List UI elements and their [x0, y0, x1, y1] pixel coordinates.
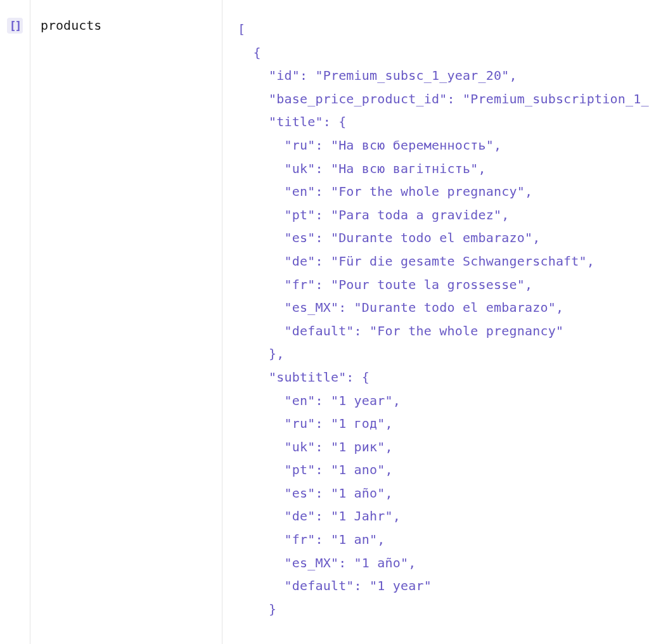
field-value-column[interactable]: [ { "id": "Premium_subsc_1_year_20", "ba… [222, 0, 649, 644]
type-icon-column: [] [0, 0, 30, 644]
json-value-display[interactable]: [ { "id": "Premium_subsc_1_year_20", "ba… [238, 18, 639, 621]
field-key-column: products [30, 0, 222, 644]
array-type-icon: [] [7, 18, 23, 34]
field-key-label: products [41, 18, 101, 33]
